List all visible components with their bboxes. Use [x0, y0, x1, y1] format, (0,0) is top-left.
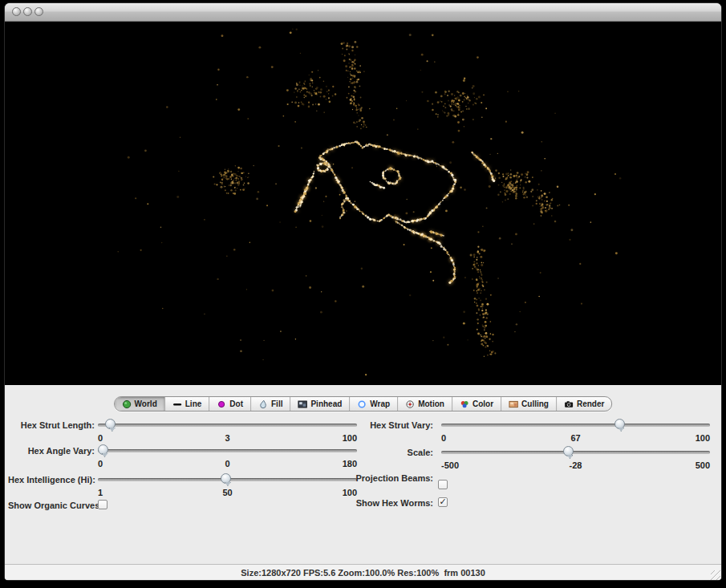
tab-label: Line: [185, 399, 202, 408]
tab-label: Pinhead: [310, 399, 342, 408]
tab-pinhead[interactable]: Pinhead: [290, 397, 350, 411]
hex-intelligence-label: Hex Intelligence (Hi):: [8, 475, 95, 485]
tab-label: Fill: [271, 399, 282, 408]
tab-dot[interactable]: Dot: [209, 397, 251, 411]
tab-label: Dot: [229, 399, 243, 408]
pinhead-icon: [298, 399, 307, 409]
tick-max: 100: [343, 488, 357, 497]
tab-wrap[interactable]: Wrap: [350, 397, 398, 411]
hex-angle-vary-slider[interactable]: [98, 444, 357, 457]
hex-strut-length-ticks: 0 3 100: [98, 433, 357, 443]
tick-max: 100: [696, 433, 710, 443]
culling-icon: [509, 399, 518, 409]
tick-value: 3: [98, 433, 357, 443]
tab-color[interactable]: Color: [452, 397, 501, 411]
tab-fill[interactable]: Fill: [251, 397, 290, 411]
hex-strut-vary-label: Hex Strut Vary:: [342, 420, 433, 430]
slider-track[interactable]: [98, 449, 357, 452]
projection-beams-label: Projection Beams:: [342, 473, 433, 483]
hex-angle-vary-label: Hex Angle Vary:: [8, 446, 95, 456]
slider-thumb[interactable]: [105, 419, 116, 429]
viewport-area: [5, 22, 721, 385]
hex-strut-length-slider[interactable]: [98, 419, 357, 432]
scale-ticks: -500 -28 500: [441, 460, 710, 470]
motion-icon: [405, 399, 415, 409]
tick-max: 180: [343, 459, 357, 468]
hex-intelligence-slider[interactable]: [98, 473, 357, 486]
show-organic-curves-checkbox[interactable]: [98, 500, 107, 509]
hex-strut-vary-slider[interactable]: [441, 419, 710, 432]
line-icon: [172, 399, 182, 409]
tab-world[interactable]: World: [115, 397, 165, 411]
scale-slider[interactable]: [441, 446, 710, 459]
resize-grip[interactable]: [711, 570, 720, 580]
projection-beams-checkbox[interactable]: [438, 480, 448, 489]
hex-strut-vary-ticks: 0 67 100: [441, 433, 710, 443]
tick-max: 500: [696, 460, 710, 470]
slider-thumb[interactable]: [563, 446, 574, 456]
mode-tabbar: World Line Dot Fill Pinhead Wrap: [114, 396, 613, 412]
wrap-icon: [357, 399, 367, 409]
slider-track[interactable]: [441, 424, 710, 427]
tab-label: Wrap: [370, 399, 390, 408]
slider-thumb[interactable]: [614, 419, 625, 429]
slider-thumb[interactable]: [221, 473, 231, 484]
tab-culling[interactable]: Culling: [501, 397, 557, 411]
show-hex-worms-label: Show Hex Worms:: [342, 498, 433, 508]
slider-track[interactable]: [98, 424, 357, 427]
show-hex-worms-checkbox[interactable]: [438, 497, 448, 507]
tick-max: 100: [343, 433, 357, 443]
zoom-button[interactable]: [34, 7, 43, 16]
fill-icon: [258, 399, 268, 409]
status-text: Size:1280x720 FPS:5.6 Zoom:100.0% Res:10…: [241, 568, 485, 578]
hex-intelligence-ticks: 1 50 100: [98, 488, 357, 497]
color-icon: [460, 399, 469, 409]
tab-motion[interactable]: Motion: [398, 397, 452, 411]
app-window: World Line Dot Fill Pinhead Wrap: [5, 3, 721, 580]
close-button[interactable]: [12, 7, 21, 16]
tab-label: Culling: [521, 399, 549, 408]
minimize-button[interactable]: [23, 7, 32, 16]
dot-icon: [217, 399, 226, 409]
scale-label: Scale:: [342, 448, 433, 457]
tick-value: 50: [98, 488, 357, 497]
hex-angle-vary-ticks: 0 0 180: [98, 459, 357, 468]
tab-label: Color: [473, 399, 493, 408]
control-panel: World Line Dot Fill Pinhead Wrap: [5, 385, 721, 580]
tab-label: Motion: [418, 399, 444, 408]
slider-track[interactable]: [441, 451, 710, 454]
show-organic-curves-label: Show Organic Curves:: [8, 501, 95, 510]
tab-render[interactable]: Render: [557, 397, 611, 411]
world-icon: [122, 399, 132, 409]
slider-thumb[interactable]: [98, 444, 108, 455]
tab-line[interactable]: Line: [165, 397, 210, 411]
tick-value: -28: [441, 460, 710, 470]
tick-value: 67: [441, 433, 710, 443]
tab-label: Render: [577, 399, 604, 408]
render-icon: [564, 399, 574, 409]
status-bar: Size:1280x720 FPS:5.6 Zoom:100.0% Res:10…: [5, 564, 721, 580]
tick-value: 0: [98, 459, 357, 468]
world-viewport[interactable]: [5, 22, 721, 385]
titlebar[interactable]: [5, 3, 721, 22]
hex-strut-length-label: Hex Strut Length:: [8, 420, 95, 430]
tab-label: World: [135, 399, 157, 408]
